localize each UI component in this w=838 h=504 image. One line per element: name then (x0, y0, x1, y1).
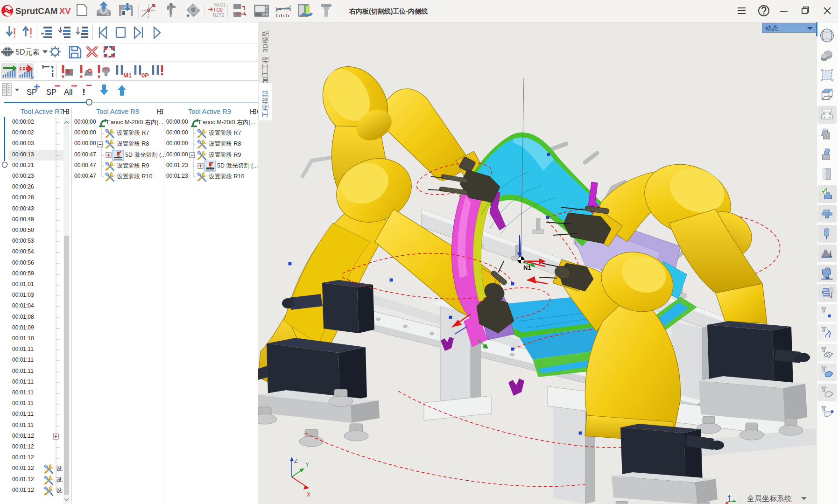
svg-text:Y: Y (305, 462, 309, 468)
svg-text:3D模型: 3D模型 (261, 30, 269, 52)
svg-text:N1: N1 (523, 264, 531, 271)
svg-text:工程模拟: 工程模拟 (261, 91, 269, 118)
svg-text:全局坐标系统: 全局坐标系统 (747, 494, 792, 503)
svg-text:Z: Z (294, 458, 297, 464)
svg-text:X: X (307, 491, 310, 498)
svg-text:加工工程: 加工工程 (261, 56, 269, 84)
